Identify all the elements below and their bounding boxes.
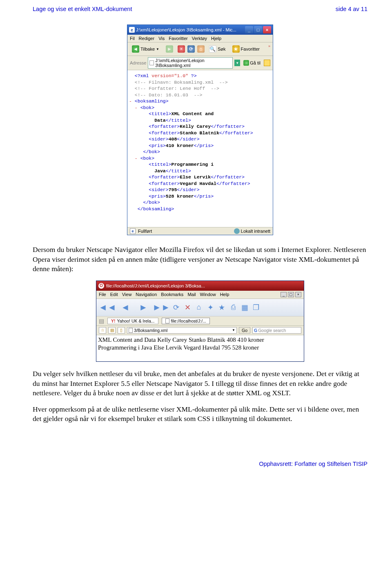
opera-toolbar: ◄◄ ◄ ► ►► ⟳ ✕ ⌂ ✦ ★ ⎙ ▦ ❐ (96, 299, 304, 316)
forward-button[interactable]: ► (135, 301, 152, 314)
page-footer: Opphavsrett: Forfatter og Stiftelsen TIS… (33, 461, 368, 467)
opera-content: XML Content and Data Kelly Carey Stanko … (96, 335, 304, 361)
wand-icon[interactable]: ✦ (205, 302, 216, 313)
tile-icon[interactable]: ▦ (239, 302, 250, 313)
opera-address-value: 3/Boksamling.xml (134, 328, 167, 333)
tab-yahoo[interactable]: Y! Yahoo! UK & Irela... (107, 318, 158, 324)
paragraph-3: Hver oppmerksom på at de ulike nettleser… (33, 405, 368, 424)
tab-file-label: file://localhost/J:/... (171, 318, 206, 323)
menu-rediger[interactable]: Rediger (139, 36, 155, 41)
forward-button[interactable]: ► (164, 44, 175, 54)
opera-address-field[interactable]: 3/Boksamling.xml ▼ (127, 327, 237, 334)
go-icon: → (243, 60, 249, 66)
maximize-button[interactable]: □ (254, 26, 262, 33)
ie-menubar: Fil Rediger Vis Favoritter Verktøy Hjelp (127, 35, 273, 42)
stop-icon[interactable]: × (178, 45, 185, 53)
home-icon[interactable]: ⌂ (194, 302, 204, 313)
file-tab-icon (165, 318, 169, 323)
rewind-button[interactable]: ◄◄ (99, 301, 116, 314)
status-zone: Lokalt intranett (241, 229, 270, 234)
google-icon: G (254, 328, 257, 333)
address-label: Adresse (130, 60, 146, 65)
doc-title: Lage og vise et enkelt XML-dokument (33, 6, 132, 12)
refresh-icon[interactable]: ⟳ (187, 45, 195, 53)
file-icon (129, 328, 133, 333)
ie-addressbar: Adresse J:\xml\Leksjoner\Leksjon 3\Boksa… (127, 56, 273, 70)
opera-logo-icon: O (98, 283, 104, 289)
xml-file-icon (149, 60, 154, 65)
window-title: J:\xml\Leksjoner\Leksjon 3\Boksamling.xm… (136, 27, 244, 32)
menu-help[interactable]: Help (220, 292, 229, 297)
opera-addressbar: ☆ ▤ ▯ 3/Boksamling.xml ▼ Go G Google sea… (96, 326, 304, 335)
address-field[interactable]: J:\xml\Leksjoner\Leksjon 3\Boksamling.xm… (148, 57, 233, 69)
panel-icon-3[interactable]: ▯ (118, 327, 125, 334)
new-tab-icon[interactable]: ▤ (99, 318, 104, 324)
menu-bookmarks[interactable]: Bookmarks (161, 292, 183, 297)
ie-window: e J:\xml\Leksjoner\Leksjon 3\Boksamling.… (127, 24, 273, 235)
print-icon[interactable]: ⎙ (228, 302, 238, 313)
tab-file[interactable]: file://localhost/J:/... (162, 318, 210, 324)
menu-favoritter[interactable]: Favoritter (169, 36, 187, 41)
fast-forward-button[interactable]: ►► (153, 301, 170, 314)
back-label: Tilbake (140, 47, 155, 51)
close-button[interactable]: × (295, 292, 301, 297)
star-icon: ★ (232, 45, 240, 53)
bookmark-star-icon[interactable]: ★ (216, 302, 227, 313)
home-icon[interactable]: ⌂ (197, 45, 205, 53)
tab-yahoo-label: Yahoo! UK & Irela... (117, 318, 155, 323)
menu-verktoy[interactable]: Verktøy (192, 36, 207, 41)
address-dropdown-icon[interactable]: ▼ (234, 60, 240, 66)
maximize-button[interactable]: ▢ (288, 292, 294, 297)
links-icon[interactable] (264, 60, 270, 66)
opera-window: O file://localhost/J:/xml/Leksjoner/Leks… (96, 281, 304, 362)
menu-navigation[interactable]: Navigation (136, 292, 157, 297)
opera-menubar: File Edit View Navigation Bookmarks Mail… (96, 291, 304, 299)
status-done: Fullført (138, 229, 152, 234)
menu-vis[interactable]: Vis (158, 36, 165, 41)
back-icon: ◄ (132, 45, 139, 53)
menu-window[interactable]: Window (200, 292, 216, 297)
ie-content: <?xml version="1.0" ?> <!-- Filnavn: Bok… (127, 70, 273, 227)
opera-title: file://localhost/J:/xml/Leksjoner/Leksjo… (106, 283, 302, 288)
panel-icon-1[interactable]: ☆ (99, 327, 106, 334)
minimize-button[interactable]: _ (245, 26, 253, 33)
favorites-button[interactable]: ★ Favoritter (230, 44, 262, 54)
forward-icon: ► (166, 45, 173, 53)
page-number: side 4 av 11 (336, 6, 368, 12)
address-value: J:\xml\Leksjoner\Leksjon 3\Boksamling.xm… (155, 58, 231, 68)
search-icon: 🔍 (209, 45, 216, 53)
panel-icon-2[interactable]: ▤ (108, 327, 116, 334)
ie-logo-icon: e (129, 27, 135, 33)
search-placeholder: Google search (258, 328, 286, 333)
ie-statusbar: e Fullført Lokalt intranett (127, 227, 273, 235)
menu-mail[interactable]: Mail (187, 292, 196, 297)
back-button[interactable]: ◄ (117, 301, 134, 314)
search-button[interactable]: 🔍 Søk (207, 44, 228, 54)
stop-icon[interactable]: ✕ (182, 302, 193, 313)
chevron-down-icon: ▼ (156, 47, 159, 51)
menu-edit[interactable]: Edit (110, 292, 118, 297)
dropdown-icon[interactable]: ▼ (232, 328, 235, 332)
opera-search-field[interactable]: G Google search (252, 327, 301, 334)
page-header: Lage og vise et enkelt XML-dokument side… (33, 6, 368, 12)
ie-toolbar: ◄ Tilbake ▼ ► × ⟳ ⌂ 🔍 Søk ★ Favoritter (127, 42, 273, 56)
menu-view[interactable]: View (122, 292, 132, 297)
minimize-button[interactable]: _ (281, 292, 287, 297)
back-button[interactable]: ◄ Tilbake ▼ (130, 44, 161, 54)
zone-icon (234, 228, 240, 234)
paragraph-2: Du velger selv hvilken nettleser du vil … (33, 369, 368, 398)
search-label: Søk (218, 47, 226, 51)
menu-fil[interactable]: Fil (130, 36, 135, 41)
opera-titlebar: O file://localhost/J:/xml/Leksjoner/Leks… (96, 281, 304, 291)
menu-hjelp[interactable]: Hjelp (211, 36, 221, 41)
go-button[interactable]: → Gå til (242, 60, 262, 66)
ie-titlebar: e J:\xml\Leksjoner\Leksjon 3\Boksamling.… (127, 25, 273, 35)
menu-file[interactable]: File (99, 292, 106, 297)
go-label: Gå til (250, 60, 261, 65)
reload-icon[interactable]: ⟳ (171, 302, 181, 313)
cascade-icon[interactable]: ❐ (251, 302, 261, 313)
overflow-icon[interactable]: » (268, 44, 270, 48)
opera-go-button[interactable]: Go (239, 327, 250, 334)
yahoo-icon: Y! (111, 318, 116, 323)
close-button[interactable]: × (263, 26, 271, 33)
